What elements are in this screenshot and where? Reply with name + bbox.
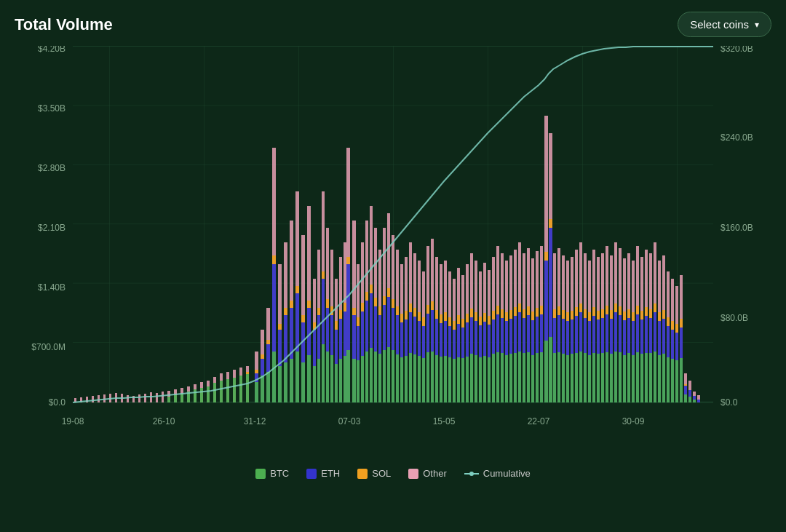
svg-rect-433	[667, 317, 670, 326]
svg-rect-428	[662, 354, 665, 402]
svg-rect-76	[266, 372, 270, 402]
svg-rect-380	[610, 354, 613, 402]
svg-rect-312	[536, 353, 539, 402]
svg-rect-225	[440, 314, 442, 323]
svg-rect-329	[553, 309, 556, 318]
svg-rect-304	[527, 352, 530, 402]
svg-rect-268	[488, 357, 491, 402]
svg-rect-345	[571, 311, 573, 319]
svg-rect-217	[431, 301, 434, 310]
svg-rect-50	[200, 388, 203, 402]
svg-rect-212	[426, 352, 429, 402]
chart-svg: $4.20B $3.50B $2.80B $2.10B $1.40B $700.…	[15, 46, 771, 461]
svg-rect-132	[330, 355, 333, 402]
svg-rect-140	[339, 359, 342, 402]
svg-rect-141	[339, 310, 342, 319]
svg-rect-148	[357, 360, 360, 402]
svg-rect-285	[505, 312, 508, 321]
svg-rect-244	[461, 358, 464, 402]
svg-rect-81	[272, 255, 276, 264]
chevron-down-icon: ▾	[755, 20, 759, 30]
svg-rect-273	[492, 311, 495, 319]
svg-rect-448	[684, 394, 687, 402]
svg-rect-84	[278, 366, 282, 402]
svg-rect-356	[584, 353, 587, 402]
svg-rect-188	[400, 357, 403, 402]
svg-rect-353	[579, 303, 582, 312]
svg-rect-97	[295, 286, 299, 293]
svg-rect-27	[98, 395, 100, 402]
svg-rect-236	[453, 359, 456, 402]
svg-text:07-03: 07-03	[338, 416, 361, 426]
svg-rect-432	[667, 357, 670, 402]
svg-rect-229	[444, 312, 447, 321]
svg-rect-216	[431, 352, 434, 402]
svg-rect-332	[557, 352, 560, 402]
svg-rect-205	[418, 312, 421, 321]
svg-rect-38	[162, 392, 164, 402]
select-coins-label: Select coins	[690, 18, 749, 31]
svg-rect-241	[457, 315, 460, 324]
svg-rect-237	[453, 321, 456, 330]
svg-text:$2.80B: $2.80B	[38, 163, 66, 173]
svg-rect-40	[167, 397, 170, 402]
svg-rect-168	[378, 354, 381, 402]
svg-rect-32	[127, 395, 129, 402]
svg-rect-445	[680, 319, 683, 327]
svg-rect-85	[278, 324, 282, 330]
legend-btc-label: BTC	[270, 468, 289, 479]
svg-rect-128	[326, 352, 329, 402]
svg-rect-177	[387, 288, 390, 297]
svg-rect-62	[239, 376, 242, 402]
svg-rect-256	[475, 355, 477, 402]
svg-rect-221	[435, 310, 438, 319]
svg-text:$0.0: $0.0	[720, 397, 738, 408]
chart-legend: BTC ETH SOL Other Cumulative	[15, 468, 771, 479]
svg-rect-89	[284, 308, 287, 315]
svg-rect-384	[614, 352, 617, 402]
svg-rect-44	[180, 394, 183, 402]
svg-rect-429	[662, 310, 665, 319]
svg-rect-437	[671, 321, 674, 330]
svg-rect-257	[475, 312, 477, 321]
svg-rect-112	[352, 359, 356, 402]
svg-rect-341	[566, 312, 569, 321]
svg-rect-449	[684, 384, 687, 386]
svg-rect-264	[483, 356, 486, 402]
select-coins-button[interactable]: Select coins ▾	[678, 12, 771, 37]
svg-rect-455	[693, 400, 696, 402]
svg-rect-35	[144, 394, 146, 402]
svg-rect-77	[266, 340, 270, 344]
svg-rect-240	[457, 357, 460, 402]
svg-rect-253	[470, 309, 473, 317]
svg-text:15-05: 15-05	[433, 416, 456, 426]
svg-rect-224	[440, 357, 442, 402]
legend-eth-label: ETH	[321, 468, 340, 479]
svg-rect-56	[220, 381, 223, 402]
svg-rect-393	[623, 311, 626, 320]
svg-rect-68	[255, 382, 258, 402]
svg-rect-385	[614, 303, 617, 312]
svg-rect-233	[448, 317, 451, 326]
legend-other-label: Other	[423, 468, 447, 479]
svg-rect-369	[597, 311, 600, 319]
svg-rect-328	[553, 353, 556, 402]
svg-rect-440	[675, 360, 678, 402]
svg-rect-65	[246, 372, 249, 374]
svg-rect-192	[405, 356, 408, 402]
svg-rect-317	[540, 306, 543, 314]
svg-text:$240.0B: $240.0B	[720, 132, 753, 143]
svg-text:26-10: 26-10	[153, 416, 175, 426]
svg-rect-208	[422, 358, 425, 402]
svg-rect-289	[509, 310, 512, 319]
svg-rect-381	[610, 310, 613, 319]
svg-rect-300	[523, 353, 525, 402]
svg-rect-180	[392, 350, 394, 402]
svg-rect-368	[597, 354, 600, 402]
svg-rect-153	[361, 303, 364, 311]
svg-rect-452	[688, 397, 691, 402]
svg-rect-54	[213, 383, 216, 402]
svg-text:$1.40B: $1.40B	[38, 282, 66, 293]
svg-rect-405	[636, 306, 639, 314]
svg-rect-161	[370, 285, 373, 293]
